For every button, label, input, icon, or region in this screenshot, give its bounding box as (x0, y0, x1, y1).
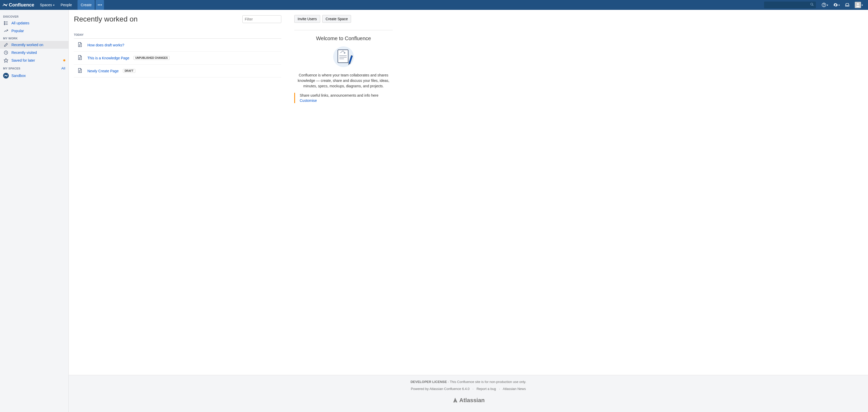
powered-by-link[interactable]: Powered by Atlassian Confluence 6.4.0 (411, 387, 469, 391)
svg-rect-12 (4, 24, 5, 25)
space-logo-icon (3, 73, 9, 78)
license-text: - This Confluence site is for non-produc… (447, 380, 526, 384)
svg-rect-30 (339, 59, 344, 59)
page-icon (77, 55, 83, 61)
chevron-down-icon: ▾ (838, 4, 840, 6)
list-item: How does draft works? (74, 39, 281, 52)
list-item: This is a Knowledge Page Unpublished cha… (74, 52, 281, 65)
all-spaces-link[interactable]: All (61, 66, 65, 70)
atlassian-logo[interactable]: Atlassian (452, 397, 485, 404)
report-bug-link[interactable]: Report a bug (476, 387, 496, 391)
primary-nav: Spaces ▾ People Create (37, 0, 104, 10)
sidebar-item-label: Recently visited (11, 51, 37, 55)
page-link[interactable]: How does draft works? (87, 43, 124, 47)
sidebar-popular[interactable]: Popular (0, 27, 68, 35)
group-header-today: Today (74, 28, 281, 39)
admin-menu[interactable]: ▾ (831, 0, 842, 10)
share-box: Share useful links, announcements and in… (294, 93, 393, 103)
sidebar-saved-for-later[interactable]: Saved for later (0, 57, 68, 64)
chevron-down-icon: ▾ (862, 4, 863, 6)
right-column: Invite Users Create Space Welcome to Con… (289, 15, 398, 370)
page-icon (77, 42, 83, 48)
atlassian-icon (452, 397, 458, 404)
nav-people[interactable]: People (58, 0, 75, 10)
sidebar-recently-visited[interactable]: Recently visited (0, 49, 68, 57)
page-icon (77, 68, 83, 74)
star-icon (3, 58, 9, 63)
sidebar-item-label: Sandbox (11, 73, 26, 78)
gear-icon (833, 3, 838, 7)
share-text: Share useful links, announcements and in… (300, 93, 393, 97)
edit-icon (3, 42, 9, 47)
status-badge: Draft (123, 69, 135, 73)
nav-spaces-label: Spaces (40, 3, 52, 7)
svg-marker-15 (4, 59, 8, 62)
page-link[interactable]: Newly Create Page (87, 69, 119, 73)
sidebar-item-label: All updates (11, 21, 29, 25)
sidebar-item-label: Popular (11, 29, 24, 33)
svg-point-2 (101, 4, 102, 5)
discover-heading: Discover (0, 13, 68, 19)
content-center: Recently worked on Today How does draft … (74, 15, 289, 370)
profile-menu[interactable]: ▾ (852, 0, 865, 10)
nav-people-label: People (61, 3, 72, 7)
notifications-button[interactable] (842, 0, 852, 10)
sidebar-recently-worked[interactable]: Recently worked on (0, 41, 68, 49)
separator: · (499, 387, 500, 391)
create-space-button[interactable]: Create Space (322, 15, 351, 23)
list-icon (3, 21, 9, 25)
footer-links-row: Powered by Atlassian Confluence 6.4.0 · … (69, 387, 868, 391)
welcome-section: Welcome to Confluence (294, 30, 393, 103)
separator: · (473, 387, 474, 391)
search-input[interactable] (764, 2, 816, 8)
sidebar: Discover All updates Popular My Work Rec… (0, 10, 69, 412)
svg-point-27 (344, 52, 345, 54)
list-item: Newly Create Page Draft (74, 65, 281, 77)
myspaces-heading-label: My Spaces (3, 67, 20, 70)
svg-point-0 (98, 4, 99, 5)
mywork-heading: My Work (0, 35, 68, 41)
welcome-illustration-icon (331, 45, 356, 68)
confluence-logo[interactable]: Confluence (3, 2, 34, 8)
global-header: Confluence Spaces ▾ People Create ▾ ▾ (0, 0, 868, 10)
license-label: DEVELOPER LICENSE (410, 380, 447, 384)
footer-license-row: DEVELOPER LICENSE - This Confluence site… (69, 380, 868, 384)
customise-link[interactable]: Customise (300, 98, 317, 103)
svg-point-1 (99, 4, 100, 5)
trend-icon (3, 29, 9, 33)
footer: DEVELOPER LICENSE - This Confluence site… (69, 375, 868, 412)
person-icon (855, 2, 861, 7)
confluence-icon (3, 2, 8, 7)
more-icon (98, 4, 102, 5)
sidebar-all-updates[interactable]: All updates (0, 19, 68, 27)
svg-point-7 (857, 3, 859, 5)
create-more-button[interactable] (96, 0, 104, 10)
create-button[interactable]: Create (78, 0, 95, 10)
atlassian-news-link[interactable]: Atlassian News (503, 387, 526, 391)
atlassian-text: Atlassian (459, 397, 485, 404)
inbox-icon (845, 3, 849, 7)
main-area: Recently worked on Today How does draft … (69, 10, 868, 412)
brand-text: Confluence (9, 2, 34, 8)
avatar (855, 2, 861, 8)
sidebar-item-label: Saved for later (11, 58, 35, 62)
help-icon (822, 3, 826, 7)
sidebar-item-label: Recently worked on (11, 43, 43, 47)
clock-icon (3, 50, 9, 55)
page-link[interactable]: This is a Knowledge Page (87, 56, 129, 60)
search-wrapper (764, 2, 816, 8)
sidebar-space-sandbox[interactable]: Sandbox (0, 71, 68, 80)
svg-rect-8 (4, 22, 5, 22)
filter-input[interactable] (242, 15, 281, 23)
help-menu[interactable]: ▾ (819, 0, 831, 10)
unread-dot-icon (63, 59, 65, 61)
page-title: Recently worked on (74, 15, 138, 23)
svg-rect-10 (4, 23, 5, 23)
welcome-text: Confluence is where your team collaborat… (294, 72, 393, 89)
chevron-down-icon: ▾ (827, 4, 828, 6)
invite-users-button[interactable]: Invite Users (294, 15, 320, 23)
nav-spaces[interactable]: Spaces ▾ (37, 0, 58, 10)
chevron-down-icon: ▾ (53, 4, 55, 6)
status-badge: Unpublished changes (133, 56, 169, 60)
svg-rect-29 (339, 57, 347, 58)
